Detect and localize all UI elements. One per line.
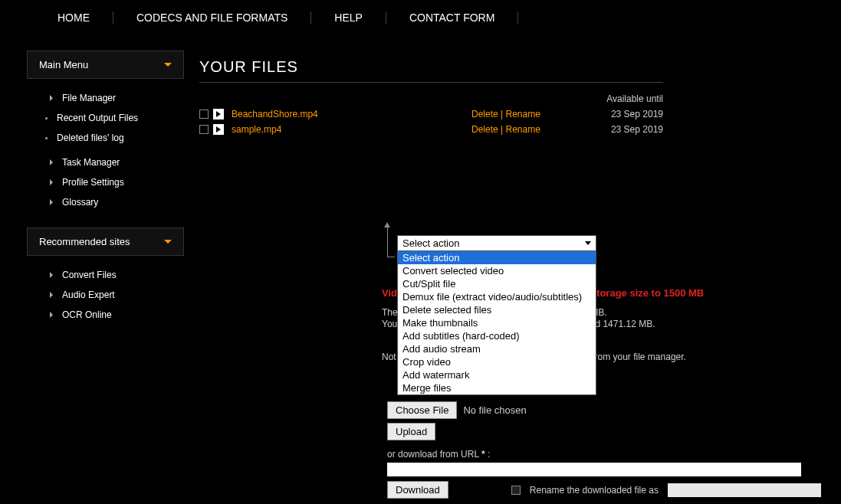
nav-codecs[interactable]: CODECS AND FILE FORMATS [113,11,311,24]
dropdown-option[interactable]: Add subtitles (hard-coded) [398,329,596,342]
dropdown-option[interactable]: Convert selected video [398,264,596,277]
sidebar-item-task-manager[interactable]: Task Manager [27,152,184,172]
dropdown-option[interactable]: Cut/Split file [398,277,596,290]
dropdown-option[interactable]: Delete selected files [398,303,596,316]
page-title: YOUR FILES [199,58,663,83]
main-menu-title: Main Menu [39,59,88,70]
dropdown-option[interactable]: Make thumbnails [398,316,596,329]
rename-checkbox[interactable] [511,486,521,495]
file-row: BeachandShore.mp4 Delete | Rename 23 Sep… [199,109,663,119]
rename-link[interactable]: Rename [505,124,540,135]
sidebar-item-recent-output[interactable]: Recent Output Files [27,108,184,128]
file-row: sample.mp4 Delete | Rename 23 Sep 2019 [199,124,663,135]
dropdown-selected[interactable]: Select action [397,235,596,251]
dropdown-option[interactable]: Crop video [398,355,596,368]
sidebar-item-audio-expert[interactable]: Audio Expert [27,285,184,305]
action-dropdown[interactable]: Select action Select action Convert sele… [397,235,596,395]
play-icon[interactable] [213,109,224,119]
recommended-sites-title: Recommended sites [39,236,130,247]
chevron-right-icon [50,179,53,185]
rename-link[interactable]: Rename [505,109,540,119]
dropdown-option[interactable]: Select action [398,251,596,264]
sidebar-item-ocr-online[interactable]: OCR Online [27,305,184,325]
dropdown-list: Select action Convert selected video Cut… [397,251,596,395]
sidebar-item-convert-files[interactable]: Convert Files [27,265,184,285]
chevron-right-icon [50,292,53,298]
dropdown-option[interactable]: Add watermark [398,368,596,381]
dropdown-option[interactable]: Merge files [398,381,596,394]
sidebar-item-deleted-log[interactable]: Deleted files' log [27,128,184,148]
file-name[interactable]: BeachandShore.mp4 [232,109,471,119]
chevron-right-icon [50,159,53,165]
chevron-down-icon [164,240,172,244]
sidebar-item-glossary[interactable]: Glossary [27,192,184,212]
dropdown-option[interactable]: Demux file (extract video/audio/subtitle… [398,290,596,303]
arrow-up-icon [387,227,388,257]
nav-help[interactable]: HELP [311,11,386,24]
available-until-header: Available until [199,93,663,104]
file-checkbox[interactable] [199,125,209,134]
file-name[interactable]: sample.mp4 [232,124,471,135]
main-menu-header[interactable]: Main Menu [27,51,184,79]
chevron-down-icon [164,63,172,67]
no-file-chosen: No file chosen [463,404,526,416]
bullet-icon [45,137,48,139]
sidebar-item-file-manager[interactable]: File Manager [27,88,184,108]
delete-link[interactable]: Delete [471,124,498,135]
url-input[interactable] [387,463,801,476]
chevron-right-icon [50,199,53,205]
choose-file-button[interactable]: Choose File [387,401,457,419]
play-icon[interactable] [213,124,224,135]
main-content: YOUR FILES Available until BeachandShore… [184,35,841,340]
rename-input[interactable] [668,483,821,497]
dropdown-option[interactable]: Add audio stream [398,342,596,355]
top-nav: HOME CODECS AND FILE FORMATS HELP CONTAC… [0,0,841,35]
dropdown-arrow-icon [585,241,591,245]
bullet-icon [45,117,48,119]
upload-button[interactable]: Upload [387,423,435,440]
file-checkbox[interactable] [199,110,209,119]
nav-home[interactable]: HOME [34,11,113,24]
or-download-label: or download from URL * : [387,449,490,460]
nav-contact[interactable]: CONTACT FORM [386,11,518,24]
file-date: 23 Sep 2019 [606,124,663,135]
chevron-right-icon [50,312,53,318]
delete-link[interactable]: Delete [471,109,498,119]
sidebar-item-profile-settings[interactable]: Profile Settings [27,172,184,192]
rename-downloaded-label: Rename the downloaded file as [530,485,659,496]
chevron-right-icon [50,272,53,278]
sidebar: Main Menu File Manager Recent Output Fil… [0,51,184,340]
recommended-sites-header[interactable]: Recommended sites [27,227,184,256]
download-button[interactable]: Download [387,481,448,499]
chevron-right-icon [50,95,53,101]
file-date: 23 Sep 2019 [606,109,663,119]
